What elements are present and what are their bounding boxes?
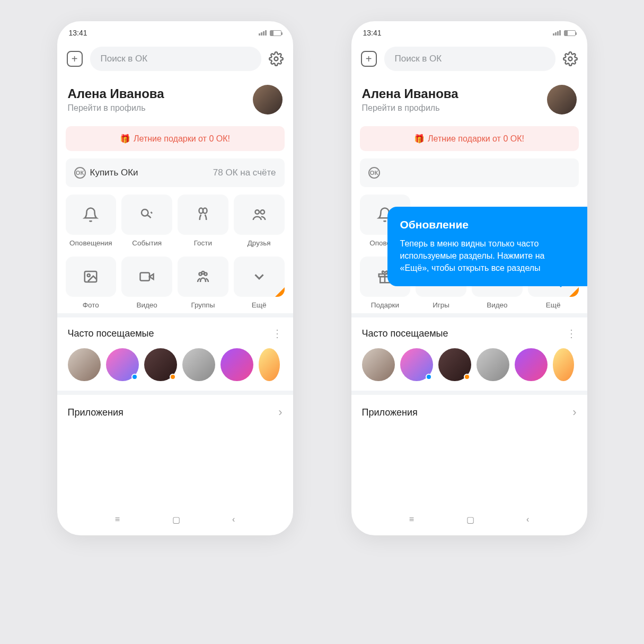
battery-icon [564,30,576,36]
nav-menu-icon[interactable]: ≡ [409,515,414,525]
status-time: 13:41 [363,29,382,37]
chevron-right-icon: › [278,405,282,419]
tile-events[interactable] [121,195,172,235]
svg-point-3 [203,208,207,214]
svg-point-5 [260,210,264,214]
tile-guests[interactable] [178,195,228,235]
profile-header[interactable]: Алена Иванова Перейти в профиль [351,76,587,119]
avatar[interactable] [253,85,283,114]
ok-balance-row[interactable]: ОК Купить ОКи 78 ОК на счёте [66,158,285,187]
menu-grid: Оповещения События Гости Друзья Фото Вид… [57,195,293,313]
profile-name: Алена Иванова [362,86,458,101]
profile-name: Алена Иванова [68,86,164,101]
friend-avatar[interactable] [182,348,215,381]
tile-photo[interactable] [66,257,117,297]
ok-currency-icon: ОК [74,167,86,179]
apps-title: Приложения [362,407,418,418]
friend-avatar[interactable] [144,348,177,381]
svg-rect-8 [140,273,150,281]
gear-icon[interactable] [269,51,284,66]
ok-currency-icon: ОК [368,167,380,179]
navbar: ≡ ▢ ‹ [351,502,587,535]
nav-back-icon[interactable]: ‹ [232,515,235,525]
add-button[interactable]: + [67,51,83,67]
avatar[interactable] [547,85,577,114]
svg-point-12 [568,57,572,61]
friend-avatar[interactable] [106,348,139,381]
svg-point-7 [87,274,90,277]
battery-icon [270,30,281,36]
gift-icon: 🎁 [120,134,130,143]
more-dots-icon[interactable]: ⋮ [272,327,283,340]
signal-icon [553,30,561,36]
profile-sub: Перейти в профиль [362,103,458,113]
chevron-right-icon: › [572,405,576,419]
nav-back-icon[interactable]: ‹ [526,515,529,525]
svg-point-4 [255,210,259,214]
promo-banner[interactable]: 🎁Летние подарки от 0 ОК! [360,126,579,151]
tile-more[interactable] [234,257,285,297]
profile-sub: Перейти в профиль [68,103,164,113]
phone-screen-a: 13:41 + Поиск в ОК Алена Иванова Перейти… [57,21,293,535]
navbar: ≡ ▢ ‹ [57,502,293,535]
nav-menu-icon[interactable]: ≡ [115,515,120,525]
search-input[interactable]: Поиск в ОК [384,47,555,71]
tile-video[interactable] [121,257,172,297]
status-bar: 13:41 [57,21,293,41]
frequent-title: Часто посещаемые [362,328,448,339]
apps-section[interactable]: Приложения › [351,391,587,430]
friend-avatar[interactable] [515,348,548,381]
tile-friends[interactable] [234,195,285,235]
tile-notifications[interactable] [66,195,117,235]
friend-avatar[interactable] [477,348,509,381]
frequent-section: Часто посещаемые ⋮ [57,313,293,391]
friend-avatar[interactable] [553,348,574,381]
tile-groups[interactable] [178,257,228,297]
promo-banner[interactable]: 🎁Летние подарки от 0 ОК! [66,126,285,151]
friend-avatar[interactable] [220,348,253,381]
signal-icon [259,30,267,36]
nav-home-icon[interactable]: ▢ [172,515,180,525]
svg-point-1 [142,209,148,216]
friend-avatar[interactable] [259,348,280,381]
nav-home-icon[interactable]: ▢ [466,515,474,525]
ok-buy-label: Купить ОКи [90,167,138,178]
friend-avatar[interactable] [438,348,471,381]
tooltip-body: Теперь в меню видны только часто использ… [400,237,575,275]
search-input[interactable]: Поиск в ОК [90,47,261,71]
apps-title: Приложения [68,407,123,418]
gear-icon[interactable] [563,51,578,66]
status-time: 13:41 [69,29,87,37]
add-button[interactable]: + [361,51,377,67]
svg-point-11 [201,271,204,274]
tooltip-title: Обновление [400,218,575,231]
ok-balance-row[interactable]: ОК [360,158,579,187]
phone-screen-b: 13:41 + Поиск в ОК Алена Иванова Перейти… [351,21,587,535]
status-bar: 13:41 [351,21,587,41]
ok-balance: 78 ОК на счёте [213,167,276,178]
frequent-title: Часто посещаемые [68,328,154,339]
frequent-section: Часто посещаемые ⋮ [351,313,587,391]
svg-point-0 [274,57,278,61]
more-dots-icon[interactable]: ⋮ [566,327,577,340]
apps-section[interactable]: Приложения › [57,391,293,430]
gift-icon: 🎁 [414,134,425,143]
friend-avatar[interactable] [362,348,395,381]
profile-header[interactable]: Алена Иванова Перейти в профиль [57,76,293,119]
friend-avatar[interactable] [400,348,433,381]
friend-avatar[interactable] [68,348,101,381]
update-tooltip[interactable]: Обновление Теперь в меню видны только ча… [387,207,587,286]
